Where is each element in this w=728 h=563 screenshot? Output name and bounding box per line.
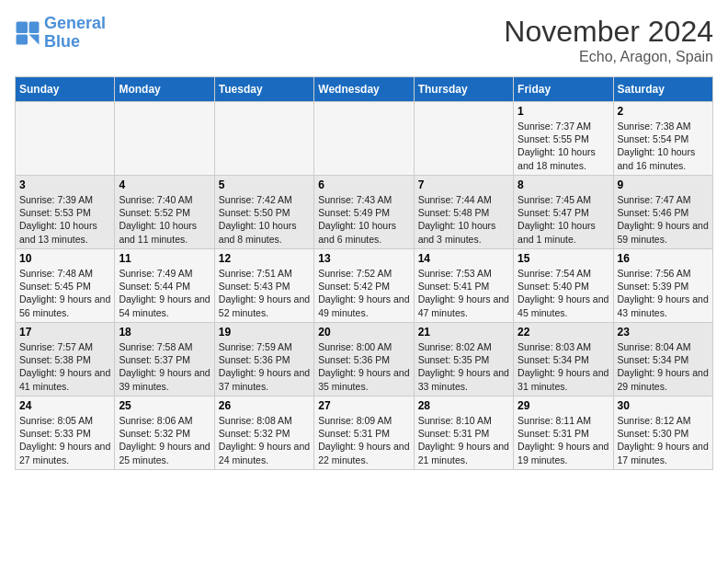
day-number: 14 (418, 252, 509, 265)
day-number: 28 (418, 399, 509, 412)
day-number: 11 (119, 252, 210, 265)
column-header-sunday: Sunday (16, 77, 115, 102)
day-number: 3 (19, 178, 110, 191)
calendar-cell: 30Sunrise: 8:12 AM Sunset: 5:30 PM Dayli… (613, 396, 712, 470)
calendar-cell: 2Sunrise: 7:38 AM Sunset: 5:54 PM Daylig… (613, 102, 712, 176)
day-info: Sunrise: 8:12 AM Sunset: 5:30 PM Dayligh… (618, 414, 709, 466)
logo-text: General Blue (44, 15, 106, 52)
page-header: General Blue November 2024 Echo, Aragon,… (15, 15, 713, 65)
calendar-cell: 22Sunrise: 8:03 AM Sunset: 5:34 PM Dayli… (514, 323, 613, 396)
week-row-4: 17Sunrise: 7:57 AM Sunset: 5:38 PM Dayli… (16, 323, 713, 396)
week-row-1: 1Sunrise: 7:37 AM Sunset: 5:55 PM Daylig… (16, 102, 713, 176)
day-number: 12 (219, 252, 310, 265)
calendar-cell (414, 102, 513, 176)
calendar-cell: 3Sunrise: 7:39 AM Sunset: 5:53 PM Daylig… (16, 176, 115, 249)
day-info: Sunrise: 7:39 AM Sunset: 5:53 PM Dayligh… (19, 193, 110, 246)
day-number: 9 (618, 178, 709, 191)
day-info: Sunrise: 8:02 AM Sunset: 5:35 PM Dayligh… (418, 340, 509, 393)
calendar-cell: 14Sunrise: 7:53 AM Sunset: 5:41 PM Dayli… (414, 249, 513, 323)
day-number: 1 (518, 105, 609, 118)
day-info: Sunrise: 7:56 AM Sunset: 5:39 PM Dayligh… (618, 267, 709, 319)
svg-marker-3 (29, 34, 40, 44)
day-info: Sunrise: 7:52 AM Sunset: 5:42 PM Dayligh… (318, 267, 409, 319)
day-number: 10 (19, 252, 110, 265)
calendar-cell: 8Sunrise: 7:45 AM Sunset: 5:47 PM Daylig… (514, 176, 613, 249)
day-number: 29 (518, 399, 609, 412)
calendar-body: 1Sunrise: 7:37 AM Sunset: 5:55 PM Daylig… (16, 102, 713, 470)
day-number: 4 (119, 178, 210, 191)
day-info: Sunrise: 7:49 AM Sunset: 5:44 PM Dayligh… (119, 267, 210, 319)
calendar-cell: 15Sunrise: 7:54 AM Sunset: 5:40 PM Dayli… (514, 249, 613, 323)
day-number: 24 (19, 399, 110, 412)
day-info: Sunrise: 8:08 AM Sunset: 5:32 PM Dayligh… (219, 414, 310, 466)
day-number: 16 (618, 252, 709, 265)
day-number: 17 (19, 326, 110, 339)
calendar-cell: 7Sunrise: 7:44 AM Sunset: 5:48 PM Daylig… (414, 176, 513, 249)
calendar-cell: 5Sunrise: 7:42 AM Sunset: 5:50 PM Daylig… (214, 176, 313, 249)
calendar-cell: 9Sunrise: 7:47 AM Sunset: 5:46 PM Daylig… (613, 176, 712, 249)
calendar-cell (214, 102, 313, 176)
day-number: 23 (618, 326, 709, 339)
month-title: November 2024 (504, 15, 713, 49)
day-info: Sunrise: 7:37 AM Sunset: 5:55 PM Dayligh… (518, 120, 609, 172)
day-info: Sunrise: 7:40 AM Sunset: 5:52 PM Dayligh… (119, 193, 210, 246)
location: Echo, Aragon, Spain (504, 49, 713, 65)
column-header-tuesday: Tuesday (214, 77, 313, 102)
day-info: Sunrise: 7:54 AM Sunset: 5:40 PM Dayligh… (518, 267, 609, 319)
day-number: 6 (318, 178, 409, 191)
week-row-2: 3Sunrise: 7:39 AM Sunset: 5:53 PM Daylig… (16, 176, 713, 249)
svg-rect-1 (17, 34, 28, 44)
svg-rect-2 (29, 21, 40, 32)
calendar-header-row: SundayMondayTuesdayWednesdayThursdayFrid… (16, 77, 713, 102)
calendar-cell: 20Sunrise: 8:00 AM Sunset: 5:36 PM Dayli… (314, 323, 414, 396)
day-info: Sunrise: 8:09 AM Sunset: 5:31 PM Dayligh… (318, 414, 409, 466)
day-info: Sunrise: 7:38 AM Sunset: 5:54 PM Dayligh… (618, 120, 709, 172)
calendar-cell: 13Sunrise: 7:52 AM Sunset: 5:42 PM Dayli… (314, 249, 414, 323)
day-number: 27 (318, 399, 409, 412)
day-number: 21 (418, 326, 509, 339)
calendar-table: SundayMondayTuesdayWednesdayThursdayFrid… (15, 76, 713, 470)
day-number: 18 (119, 326, 210, 339)
calendar-cell: 21Sunrise: 8:02 AM Sunset: 5:35 PM Dayli… (414, 323, 513, 396)
calendar-cell (314, 102, 414, 176)
column-header-thursday: Thursday (414, 77, 513, 102)
calendar-cell: 16Sunrise: 7:56 AM Sunset: 5:39 PM Dayli… (613, 249, 712, 323)
day-info: Sunrise: 8:03 AM Sunset: 5:34 PM Dayligh… (518, 340, 609, 393)
day-info: Sunrise: 7:48 AM Sunset: 5:45 PM Dayligh… (19, 267, 110, 319)
logo-icon (15, 20, 40, 46)
logo-general: General (44, 14, 106, 32)
logo-blue: Blue (44, 32, 80, 51)
day-number: 19 (219, 326, 310, 339)
day-info: Sunrise: 7:59 AM Sunset: 5:36 PM Dayligh… (219, 340, 310, 393)
week-row-5: 24Sunrise: 8:05 AM Sunset: 5:33 PM Dayli… (16, 396, 713, 470)
title-block: November 2024 Echo, Aragon, Spain (504, 15, 713, 65)
day-number: 8 (518, 178, 609, 191)
calendar-cell: 10Sunrise: 7:48 AM Sunset: 5:45 PM Dayli… (16, 249, 115, 323)
day-info: Sunrise: 7:42 AM Sunset: 5:50 PM Dayligh… (219, 193, 310, 246)
day-info: Sunrise: 7:44 AM Sunset: 5:48 PM Dayligh… (418, 193, 509, 246)
calendar-cell: 29Sunrise: 8:11 AM Sunset: 5:31 PM Dayli… (514, 396, 613, 470)
day-info: Sunrise: 7:53 AM Sunset: 5:41 PM Dayligh… (418, 267, 509, 319)
calendar-cell: 23Sunrise: 8:04 AM Sunset: 5:34 PM Dayli… (613, 323, 712, 396)
calendar-cell: 4Sunrise: 7:40 AM Sunset: 5:52 PM Daylig… (115, 176, 214, 249)
day-info: Sunrise: 7:47 AM Sunset: 5:46 PM Dayligh… (618, 193, 709, 246)
calendar-cell: 19Sunrise: 7:59 AM Sunset: 5:36 PM Dayli… (214, 323, 313, 396)
day-number: 20 (318, 326, 409, 339)
day-info: Sunrise: 7:57 AM Sunset: 5:38 PM Dayligh… (19, 340, 110, 393)
calendar-cell: 24Sunrise: 8:05 AM Sunset: 5:33 PM Dayli… (16, 396, 115, 470)
day-info: Sunrise: 8:06 AM Sunset: 5:32 PM Dayligh… (119, 414, 210, 466)
day-number: 26 (219, 399, 310, 412)
day-info: Sunrise: 8:00 AM Sunset: 5:36 PM Dayligh… (318, 340, 409, 393)
calendar-cell: 28Sunrise: 8:10 AM Sunset: 5:31 PM Dayli… (414, 396, 513, 470)
day-info: Sunrise: 8:05 AM Sunset: 5:33 PM Dayligh… (19, 414, 110, 466)
column-header-wednesday: Wednesday (314, 77, 414, 102)
column-header-saturday: Saturday (613, 77, 712, 102)
week-row-3: 10Sunrise: 7:48 AM Sunset: 5:45 PM Dayli… (16, 249, 713, 323)
calendar-cell: 26Sunrise: 8:08 AM Sunset: 5:32 PM Dayli… (214, 396, 313, 470)
day-number: 7 (418, 178, 509, 191)
logo: General Blue (15, 15, 106, 52)
column-header-monday: Monday (115, 77, 214, 102)
day-number: 13 (318, 252, 409, 265)
calendar-cell: 1Sunrise: 7:37 AM Sunset: 5:55 PM Daylig… (514, 102, 613, 176)
day-number: 15 (518, 252, 609, 265)
